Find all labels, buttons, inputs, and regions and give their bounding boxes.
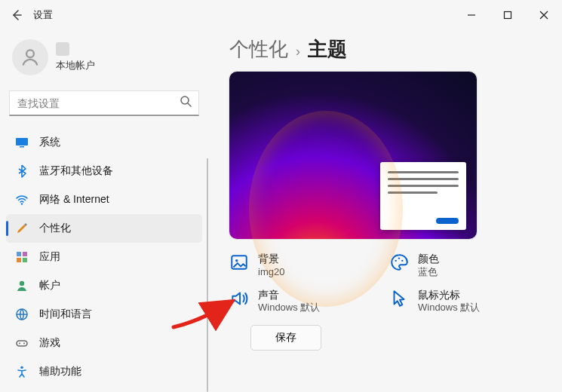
option-cursor[interactable]: 鼠标光标 Windows 默认 bbox=[389, 289, 516, 314]
option-title: 鼠标光标 bbox=[418, 289, 480, 302]
svg-point-18 bbox=[19, 343, 20, 345]
svg-line-7 bbox=[188, 103, 191, 106]
preview-window-card bbox=[380, 162, 466, 230]
svg-rect-9 bbox=[20, 146, 24, 148]
preview-accent-button bbox=[436, 218, 459, 224]
preview-line bbox=[388, 185, 459, 187]
sidebar-item-gaming[interactable]: 游戏 bbox=[6, 329, 202, 357]
account-type-label: 本地帐户 bbox=[56, 59, 95, 72]
close-button[interactable] bbox=[533, 5, 554, 26]
minimize-button[interactable] bbox=[461, 5, 482, 26]
breadcrumb-current: 主题 bbox=[308, 36, 347, 63]
sidebar-item-label: 个性化 bbox=[39, 222, 71, 235]
breadcrumb: 个性化 › 主题 bbox=[229, 36, 550, 69]
option-color[interactable]: 颜色 蓝色 bbox=[389, 253, 516, 278]
maximize-button[interactable] bbox=[497, 5, 518, 26]
sidebar-item-label: 帐户 bbox=[39, 279, 60, 292]
sidebar-item-label: 辅助功能 bbox=[39, 365, 81, 378]
avatar bbox=[12, 39, 48, 75]
account-block[interactable]: 本地帐户 bbox=[6, 33, 202, 86]
option-title: 声音 bbox=[258, 289, 320, 302]
person-icon bbox=[20, 47, 41, 68]
sidebar-item-accessibility[interactable]: 辅助功能 bbox=[6, 357, 202, 386]
person-solid-icon bbox=[15, 279, 29, 292]
option-value: Windows 默认 bbox=[258, 302, 320, 314]
svg-rect-2 bbox=[505, 12, 511, 19]
sidebar-item-personalization[interactable]: 个性化 bbox=[6, 214, 202, 243]
option-value: img20 bbox=[258, 266, 284, 278]
paintbrush-icon bbox=[15, 222, 29, 235]
svg-point-20 bbox=[20, 366, 23, 369]
svg-point-24 bbox=[398, 257, 400, 259]
theme-preview bbox=[229, 72, 477, 239]
cursor-icon bbox=[389, 289, 409, 308]
sidebar-item-label: 游戏 bbox=[39, 336, 60, 350]
svg-point-25 bbox=[401, 260, 403, 262]
sidebar-item-time-language[interactable]: 时间和语言 bbox=[6, 300, 202, 329]
monitor-icon bbox=[15, 136, 29, 149]
svg-point-10 bbox=[21, 203, 23, 204]
window-title: 设置 bbox=[33, 8, 53, 22]
option-title: 颜色 bbox=[418, 253, 439, 266]
svg-rect-14 bbox=[23, 258, 27, 262]
sidebar-item-label: 时间和语言 bbox=[39, 308, 92, 321]
sidebar-item-bluetooth[interactable]: 蓝牙和其他设备 bbox=[6, 157, 202, 185]
account-name-placeholder bbox=[56, 42, 69, 56]
search-input[interactable] bbox=[9, 90, 199, 116]
bluetooth-icon bbox=[15, 164, 29, 178]
svg-point-19 bbox=[23, 343, 25, 345]
preview-line bbox=[388, 171, 459, 173]
sidebar-item-label: 应用 bbox=[39, 250, 60, 264]
speaker-icon bbox=[229, 289, 249, 308]
back-button[interactable] bbox=[8, 6, 26, 24]
option-sound[interactable]: 声音 Windows 默认 bbox=[229, 289, 356, 314]
sidebar-scrollbar[interactable] bbox=[207, 158, 208, 392]
apps-icon bbox=[15, 250, 29, 264]
option-value: Windows 默认 bbox=[418, 302, 480, 314]
svg-point-5 bbox=[26, 50, 34, 57]
svg-rect-11 bbox=[17, 252, 21, 256]
preview-line bbox=[388, 178, 459, 180]
search-icon bbox=[180, 95, 192, 107]
sidebar-item-system[interactable]: 系统 bbox=[6, 128, 202, 157]
svg-rect-17 bbox=[17, 341, 27, 346]
sidebar-item-label: 网络 & Internet bbox=[39, 193, 109, 207]
maximize-icon bbox=[503, 11, 512, 20]
save-button[interactable]: 保存 bbox=[250, 325, 321, 351]
preview-line bbox=[388, 191, 438, 194]
svg-rect-12 bbox=[23, 252, 27, 256]
accessibility-icon bbox=[15, 365, 29, 378]
globe-icon bbox=[15, 308, 29, 321]
option-title: 背景 bbox=[258, 253, 284, 266]
sidebar-item-apps[interactable]: 应用 bbox=[6, 243, 202, 271]
sidebar-item-accounts[interactable]: 帐户 bbox=[6, 271, 202, 300]
option-value: 蓝色 bbox=[418, 266, 439, 278]
chevron-right-icon: › bbox=[296, 44, 300, 60]
breadcrumb-parent[interactable]: 个性化 bbox=[229, 36, 288, 63]
svg-rect-8 bbox=[16, 138, 28, 145]
image-icon bbox=[229, 253, 249, 272]
minimize-icon bbox=[467, 11, 476, 20]
wifi-icon bbox=[15, 193, 29, 207]
close-icon bbox=[539, 11, 548, 20]
svg-point-23 bbox=[395, 260, 396, 262]
back-arrow-icon bbox=[11, 9, 23, 21]
svg-point-22 bbox=[235, 259, 238, 262]
sidebar-item-network[interactable]: 网络 & Internet bbox=[6, 185, 202, 214]
svg-rect-13 bbox=[17, 258, 21, 262]
sidebar-item-label: 蓝牙和其他设备 bbox=[39, 164, 113, 178]
sidebar-item-label: 系统 bbox=[39, 136, 60, 149]
option-background[interactable]: 背景 img20 bbox=[229, 253, 356, 278]
palette-icon bbox=[389, 253, 409, 272]
svg-point-15 bbox=[20, 281, 24, 286]
gamepad-icon bbox=[15, 336, 29, 350]
